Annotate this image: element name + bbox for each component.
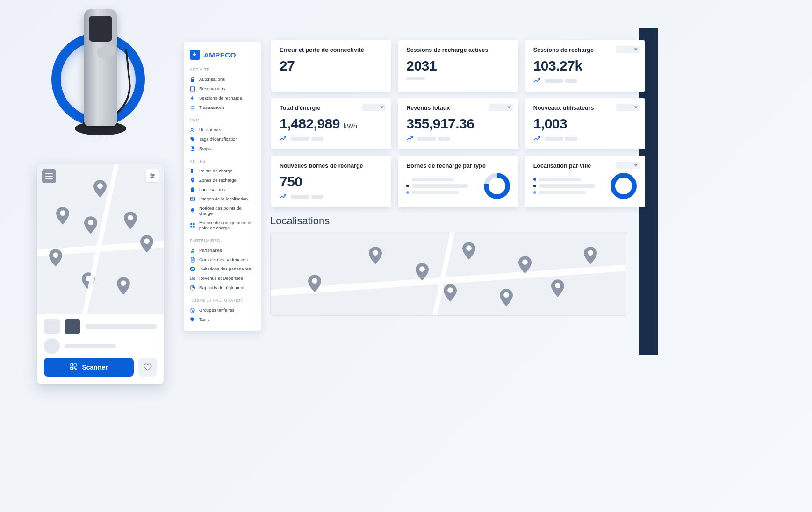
card-total-energy: Total d'énergie 1,482,989kWh bbox=[271, 98, 391, 149]
card-new-users: Nouveaux utilisateurs 1,003 bbox=[525, 98, 645, 149]
mail-icon bbox=[190, 266, 195, 272]
card-total-revenue: Revenus totaux 355,917.36 bbox=[398, 98, 518, 149]
sidebar-item[interactable]: Tarifs bbox=[190, 315, 255, 324]
mobile-map[interactable] bbox=[37, 164, 164, 314]
map-pin-icon[interactable] bbox=[308, 274, 321, 293]
map-pin-icon[interactable] bbox=[49, 249, 62, 267]
map-pin-icon[interactable] bbox=[84, 216, 97, 235]
sidebar-item[interactable]: Images de la localisation bbox=[190, 194, 255, 204]
map-pin-icon[interactable] bbox=[124, 211, 137, 230]
card-value: 103.27k bbox=[533, 58, 637, 74]
map-pin-icon[interactable] bbox=[82, 272, 95, 291]
trend-up-icon bbox=[533, 77, 541, 85]
hamburger-icon[interactable] bbox=[42, 169, 56, 183]
map-pin-icon[interactable] bbox=[462, 242, 475, 260]
pin-icon bbox=[190, 178, 195, 183]
card-dropdown[interactable] bbox=[489, 104, 513, 111]
legend-list bbox=[406, 178, 468, 194]
svg-point-6 bbox=[97, 183, 103, 189]
card-dropdown[interactable] bbox=[362, 104, 386, 111]
trend-up-icon bbox=[406, 135, 414, 143]
sidebar-item[interactable]: Tags d'identification bbox=[190, 135, 255, 144]
svg-rect-14 bbox=[71, 364, 73, 366]
sidebar-item[interactable]: Autorisations bbox=[190, 75, 255, 84]
calendar-icon bbox=[190, 86, 195, 92]
map-pin-icon[interactable] bbox=[500, 288, 513, 307]
sidebar-item[interactable]: Revenus et Dépenses bbox=[190, 274, 255, 283]
locations-title: Localisations bbox=[270, 215, 626, 227]
sidebar-item[interactable]: Localisations bbox=[190, 185, 255, 194]
svg-rect-28 bbox=[193, 226, 195, 228]
sidebar-item[interactable]: Rapports de règlement bbox=[190, 283, 255, 292]
brand[interactable]: AMPECO bbox=[190, 50, 255, 60]
svg-point-5 bbox=[151, 177, 152, 178]
card-title: Nouvelles bornes de recharge bbox=[280, 163, 383, 169]
dashboard-grid: Erreur et perte de connectivité 27 Sessi… bbox=[271, 40, 645, 207]
svg-point-13 bbox=[121, 280, 126, 286]
sidebar-item-label: Zones de recharge bbox=[199, 178, 255, 183]
lock-icon bbox=[190, 77, 195, 82]
sidebar-item[interactable]: Matrice de configuration de point de cha… bbox=[190, 218, 255, 233]
map-pin-icon[interactable] bbox=[117, 277, 130, 295]
legend-dot bbox=[533, 191, 536, 194]
svg-point-32 bbox=[192, 277, 194, 279]
sidebar-item[interactable]: Réservations bbox=[190, 84, 255, 93]
card-value: 1,003 bbox=[533, 116, 637, 132]
sidebar-item[interactable]: Points de charge bbox=[190, 166, 255, 176]
sidebar-item[interactable]: Sessions de recharge bbox=[190, 93, 255, 103]
card-dropdown[interactable] bbox=[616, 46, 640, 53]
sidebar-item[interactable]: Notices des points de charge bbox=[190, 204, 255, 218]
sidebar-item[interactable]: Transactions bbox=[190, 103, 255, 112]
svg-rect-17 bbox=[74, 367, 75, 368]
map-pin-icon[interactable] bbox=[140, 235, 153, 253]
map-pin-icon[interactable] bbox=[518, 256, 532, 274]
station-icon bbox=[190, 168, 195, 174]
svg-point-11 bbox=[53, 252, 58, 258]
card-dropdown[interactable] bbox=[616, 162, 640, 169]
legend-dot bbox=[533, 178, 536, 181]
map-pin-icon[interactable] bbox=[584, 246, 597, 265]
svg-point-9 bbox=[128, 215, 133, 220]
map-pin-icon[interactable] bbox=[444, 284, 457, 302]
card-dropdown[interactable] bbox=[616, 104, 640, 111]
sidebar-item-label: Tags d'identification bbox=[199, 136, 255, 142]
scan-button[interactable]: Scanner bbox=[44, 358, 134, 377]
layers-icon bbox=[190, 307, 195, 313]
map-pin-icon[interactable] bbox=[56, 206, 69, 225]
mobile-sheet: Scanner bbox=[37, 314, 164, 383]
svg-point-29 bbox=[192, 249, 194, 250]
sidebar-item[interactable]: Groupes tarifaires bbox=[190, 306, 255, 315]
svg-rect-21 bbox=[191, 169, 193, 173]
map-pin-icon[interactable] bbox=[416, 263, 429, 281]
locations-map[interactable] bbox=[270, 232, 626, 316]
svg-point-39 bbox=[522, 259, 528, 265]
card-loc-by-city: Localisation par ville bbox=[525, 156, 645, 207]
grid-icon bbox=[190, 222, 195, 228]
favorite-button[interactable] bbox=[138, 358, 157, 377]
svg-point-10 bbox=[144, 238, 150, 244]
sidebar-item-label: Matrice de configuration de point de cha… bbox=[199, 220, 255, 231]
legend-dot bbox=[406, 191, 409, 194]
map-pin-icon[interactable] bbox=[369, 246, 382, 265]
filter-icon[interactable] bbox=[146, 169, 159, 182]
sidebar-item-label: Notices des points de charge bbox=[199, 206, 255, 216]
sidebar-item-label: Revenus et Dépenses bbox=[199, 276, 255, 281]
sidebar-item-label: Invitations des partenaires bbox=[199, 266, 255, 271]
svg-rect-15 bbox=[74, 364, 77, 366]
svg-rect-25 bbox=[191, 223, 193, 225]
svg-rect-27 bbox=[191, 226, 193, 228]
sidebar-item[interactable]: Reçus bbox=[190, 144, 255, 153]
sidebar-item-label: Transactions bbox=[199, 105, 255, 110]
sidebar-item[interactable]: Utilisateurs bbox=[190, 125, 255, 135]
map-pin-icon[interactable] bbox=[93, 179, 107, 198]
svg-point-4 bbox=[153, 175, 154, 176]
sidebar-item[interactable]: Partenaires bbox=[190, 246, 255, 255]
brand-name: AMPECO bbox=[204, 51, 236, 59]
sidebar-item[interactable]: Zones de recharge bbox=[190, 176, 255, 185]
sidebar-item[interactable]: Invitations des partenaires bbox=[190, 264, 255, 274]
mobile-app-preview: Scanner bbox=[37, 164, 164, 384]
tag-icon bbox=[190, 136, 195, 142]
svg-point-20 bbox=[193, 128, 194, 129]
sidebar-item[interactable]: Contrats des partenaires bbox=[190, 255, 255, 264]
map-pin-icon[interactable] bbox=[551, 279, 564, 298]
